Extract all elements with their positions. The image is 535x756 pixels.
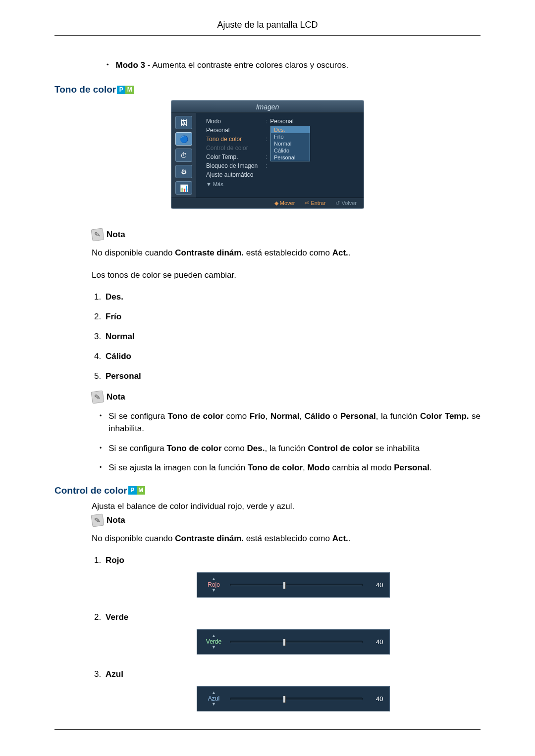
list-item: • Si se configura Tono de color como Frí… <box>92 410 481 435</box>
pm-badge: P M <box>128 486 145 495</box>
badge-p-icon: P <box>117 86 125 94</box>
badge-p-icon: P <box>128 486 137 495</box>
modo3-desc: - Aumenta el contraste entre colores cla… <box>145 60 348 70</box>
modo3-label: Modo 3 <box>116 60 146 70</box>
slider-value: 40 <box>368 581 383 589</box>
list-item: • Si se configura Tono de color como Des… <box>92 442 481 455</box>
nota-label: Nota <box>107 230 125 240</box>
slider-track[interactable] <box>230 641 363 643</box>
list-item-azul: Azul ▲Azul▼ 40 <box>104 669 481 711</box>
osd-footer: ◆ Mover ⏎ Entrar ↺ Volver <box>171 198 364 208</box>
bullet-dot: • <box>107 61 109 68</box>
azul-label: Azul <box>106 669 123 679</box>
slider-rojo: ▲Rojo▼ 40 <box>197 572 390 598</box>
modo3-bullet: • Modo 3 - Aumenta el contraste entre co… <box>107 60 481 70</box>
list-item: Cálido <box>104 352 481 361</box>
nota-label: Nota <box>107 515 125 525</box>
nota-block: ✎ Nota <box>92 229 481 241</box>
osd-menu: Modo:Personal Personal Tono de color: Co… <box>196 113 364 198</box>
slider-handle[interactable] <box>283 639 286 646</box>
osd-sidebar: 🖼 🔵 ⏱ ⚙ 📊 <box>171 113 196 198</box>
tono-heading: Tono de color P M <box>54 84 481 95</box>
osd-screenshot: Imagen 🖼 🔵 ⏱ ⚙ 📊 Modo:Personal Personal … <box>171 100 364 209</box>
control-heading-text: Control de color <box>54 485 127 496</box>
nota-block-3: ✎ Nota <box>92 514 481 526</box>
nota-label: Nota <box>107 392 125 402</box>
badge-m-icon: M <box>137 486 145 495</box>
list-item-verde: Verde ▲Verde▼ 40 <box>104 612 481 655</box>
slider-handle[interactable] <box>283 582 286 589</box>
list-item: • Si se ajusta la imagen con la función … <box>92 461 481 474</box>
tono-notes-list: • Si se configura Tono de color como Frí… <box>92 410 481 474</box>
control-colors-list: Rojo ▲Rojo▼ 40 Verde ▲Verde▼ 40 Azul ▲A <box>104 555 481 711</box>
nota-block-2: ✎ Nota <box>92 391 481 403</box>
pm-badge: P M <box>117 86 134 94</box>
tono-note1: No disponible cuando Contraste dinám. es… <box>92 248 481 259</box>
tono-options-list: Des. Frío Normal Cálido Personal <box>104 292 481 381</box>
slider-verde: ▲Verde▼ 40 <box>197 629 390 655</box>
nota-icon: ✎ <box>91 228 104 241</box>
slider-handle[interactable] <box>283 696 286 703</box>
list-item-rojo: Rojo ▲Rojo▼ 40 <box>104 555 481 598</box>
control-note: No disponible cuando Contraste dinám. es… <box>92 533 481 545</box>
tono-para2: Los tonos de color se pueden cambiar. <box>92 270 481 281</box>
modo3-text: Modo 3 - Aumenta el contraste entre colo… <box>116 60 349 70</box>
osd-popup: Des. Frío Normal Cálido Personal <box>270 126 310 161</box>
footer-rule <box>54 729 481 730</box>
osd-title: Imagen <box>171 101 364 113</box>
verde-label: Verde <box>106 612 128 622</box>
slider-track[interactable] <box>230 584 363 586</box>
osd-tab-image-icon: 🔵 <box>175 132 192 146</box>
list-item: Normal <box>104 332 481 342</box>
control-intro: Ajusta el balance de color individual ro… <box>92 501 481 512</box>
slider-azul: ▲Azul▼ 40 <box>197 686 390 711</box>
list-item: Personal <box>104 371 481 381</box>
badge-m-icon: M <box>125 86 134 94</box>
tono-heading-text: Tono de color <box>54 84 116 95</box>
slider-value: 40 <box>368 695 383 703</box>
osd-tab-sound-icon: ⏱ <box>175 149 192 162</box>
rojo-label: Rojo <box>106 555 124 565</box>
control-heading: Control de color P M <box>54 485 481 496</box>
page-header: Ajuste de la pantalla LCD <box>54 20 481 36</box>
slider-value: 40 <box>368 638 383 646</box>
list-item: Des. <box>104 292 481 302</box>
slider-track[interactable] <box>230 698 363 700</box>
osd-tab-multi-icon: 📊 <box>175 181 192 195</box>
nota-icon: ✎ <box>91 513 104 527</box>
nota-icon: ✎ <box>91 390 104 403</box>
list-item: Frío <box>104 312 481 322</box>
osd-tab-picture-icon: 🖼 <box>175 116 192 129</box>
osd-tab-setup-icon: ⚙ <box>175 165 192 178</box>
